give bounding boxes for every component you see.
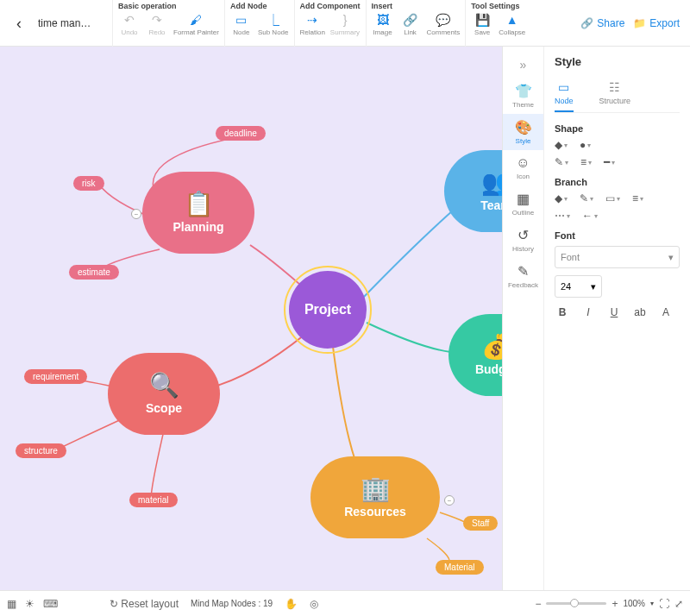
branch-color-picker[interactable]: ✎▾ — [580, 192, 593, 204]
hand-tool-icon[interactable]: ✋ — [285, 598, 298, 610]
case-button[interactable]: ab — [632, 306, 648, 318]
subtab-structure[interactable]: ☷Structure — [599, 80, 631, 112]
group-title: Basic operation — [118, 2, 219, 10]
insert-comments-button[interactable]: 💬Comments — [427, 12, 461, 36]
node-tab-icon: ▭ — [558, 80, 569, 94]
comment-icon: 💬 — [436, 12, 451, 28]
italic-button[interactable]: I — [580, 306, 596, 318]
tab-icon[interactable]: ☺Icon — [503, 150, 543, 185]
tag-staff[interactable]: Staff — [463, 516, 498, 531]
collapse-handle[interactable]: − — [131, 209, 141, 219]
keyboard-icon[interactable]: ⌨ — [43, 598, 58, 610]
node-resources[interactable]: 🏢Resources — [310, 456, 440, 538]
branch-fill-picker[interactable]: ◆▾ — [555, 192, 568, 204]
tag-material2[interactable]: Material — [436, 560, 484, 575]
shape-icon: ● — [580, 139, 586, 151]
fit-icon[interactable]: ⛶ — [659, 598, 669, 610]
format-painter-button[interactable]: 🖌Format Painter — [173, 12, 219, 36]
palette-icon: 🎨 — [515, 119, 532, 135]
tag-deadline[interactable]: deadline — [216, 126, 266, 141]
insert-link-button[interactable]: 🔗Link — [399, 12, 422, 36]
node-central[interactable]: Project — [289, 271, 367, 349]
panel-title: Style — [555, 55, 680, 68]
share-button[interactable]: 🔗Share — [580, 17, 624, 29]
view-mode-icon[interactable]: ▦ — [7, 598, 16, 610]
structure-tab-icon: ☷ — [609, 80, 620, 94]
summary-button[interactable]: }Summary — [330, 12, 360, 36]
undo-button[interactable]: ↶Undo — [118, 12, 141, 36]
magnifier-icon: 🔍 — [149, 374, 179, 398]
underline-button[interactable]: U — [606, 306, 622, 318]
fill-icon: ◆ — [555, 139, 562, 151]
node-planning[interactable]: 📋Planning — [142, 172, 254, 254]
tab-style[interactable]: 🎨Style — [503, 114, 543, 150]
shape-border-picker[interactable]: ✎▾ — [555, 156, 568, 168]
subtab-node[interactable]: ▭Node — [555, 80, 574, 112]
bold-button[interactable]: B — [555, 306, 570, 318]
building-icon: 🏢 — [361, 477, 391, 501]
back-button[interactable]: ‹ — [3, 0, 34, 47]
section-font: Font — [555, 230, 680, 241]
shape-fill-picker[interactable]: ◆▾ — [555, 139, 568, 151]
collapse-button[interactable]: ▲Collapse — [499, 12, 525, 36]
add-node-button[interactable]: ▭Node — [230, 12, 253, 36]
style-panel: Style ▭Node ☷Structure Shape ◆▾ ●▾ ✎▾ ≡▾… — [543, 47, 690, 590]
zoom-out-button[interactable]: − — [535, 598, 541, 610]
collapse-handle[interactable]: − — [444, 495, 455, 506]
relation-button[interactable]: ⇢Relation — [300, 12, 325, 36]
save-icon: 💾 — [474, 12, 490, 28]
font-family-select[interactable]: Font▾ — [555, 246, 680, 268]
zoom-slider[interactable] — [546, 602, 606, 605]
branch-dash-picker[interactable]: ⋯▾ — [555, 210, 570, 222]
zoom-in-button[interactable]: + — [612, 598, 618, 610]
status-bar: ▦ ☀ ⌨ ↻ Reset layout Mind Map Nodes : 19… — [0, 590, 690, 616]
tab-outline[interactable]: ▦Outline — [503, 185, 543, 222]
redo-button[interactable]: ↷Redo — [146, 12, 168, 36]
tag-risk[interactable]: risk — [73, 176, 104, 191]
image-icon: 🖼 — [375, 12, 391, 28]
box-icon: ▭ — [605, 192, 615, 204]
node-icon: ▭ — [234, 12, 249, 28]
branch-arrow-picker[interactable]: ←▾ — [582, 210, 598, 222]
undo-icon: ↶ — [122, 12, 137, 28]
tag-structure[interactable]: structure — [16, 443, 66, 458]
tab-history[interactable]: ↺History — [503, 222, 543, 258]
tag-material[interactable]: material — [129, 493, 178, 507]
shape-style-picker[interactable]: ●▾ — [580, 139, 591, 151]
group-tool-settings: Tool Settings 💾Save ▲Collapse — [465, 0, 530, 47]
tab-feedback[interactable]: ✎Feedback — [503, 258, 543, 294]
feedback-icon: ✎ — [518, 263, 529, 280]
font-size-select[interactable]: 24▾ — [555, 275, 602, 298]
shape-linestyle-picker[interactable]: ≡▾ — [580, 156, 592, 168]
add-subnode-button[interactable]: ⎿Sub Node — [258, 12, 289, 36]
font-color-button[interactable]: A — [658, 306, 674, 318]
share-icon: 🔗 — [580, 17, 593, 29]
group-title: Add Component — [300, 2, 361, 10]
tag-requirement[interactable]: requirement — [24, 369, 87, 384]
target-icon[interactable]: ◎ — [310, 598, 318, 610]
export-button[interactable]: 📁Export — [633, 17, 680, 29]
save-button[interactable]: 💾Save — [471, 12, 493, 36]
group-add-component: Add Component ⇢Relation }Summary — [294, 0, 366, 47]
redo-icon: ↷ — [149, 12, 165, 28]
format-painter-icon: 🖌 — [188, 12, 204, 28]
node-scope[interactable]: 🔍Scope — [108, 353, 220, 435]
zoom-thumb[interactable] — [570, 599, 579, 607]
outline-icon: ▦ — [517, 191, 530, 207]
insert-image-button[interactable]: 🖼Image — [372, 12, 394, 36]
shape-linewidth-picker[interactable]: ━▾ — [604, 156, 615, 168]
document-title[interactable]: time man… — [34, 0, 112, 47]
branch-box-picker[interactable]: ▭▾ — [605, 192, 620, 204]
tag-estimate[interactable]: estimate — [69, 265, 119, 280]
group-title: Add Node — [230, 2, 289, 10]
reset-layout-button[interactable]: ↻ Reset layout — [110, 598, 179, 610]
tab-theme[interactable]: 👕Theme — [503, 78, 543, 114]
branch-line-picker[interactable]: ≡▾ — [632, 192, 643, 204]
nodes-count: Mind Map Nodes : 19 — [191, 599, 273, 608]
section-branch: Branch — [555, 177, 680, 187]
panel-collapse-button[interactable]: » — [503, 52, 543, 78]
zoom-label: 100% — [623, 599, 645, 608]
fullscreen-icon[interactable]: ⤢ — [674, 598, 683, 610]
brightness-icon[interactable]: ☀ — [25, 598, 34, 610]
summary-icon: } — [337, 12, 353, 28]
